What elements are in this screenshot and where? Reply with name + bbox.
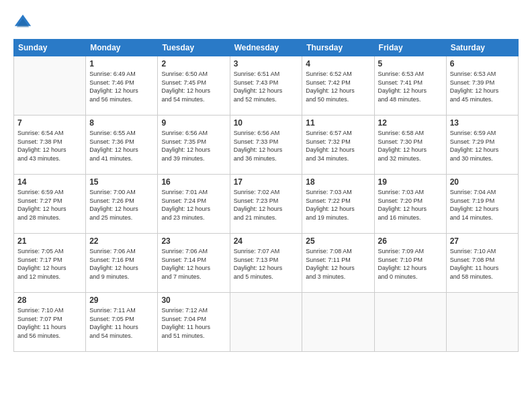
calendar-cell: 16Sunrise: 7:01 AM Sunset: 7:24 PM Dayli… [158, 175, 230, 234]
day-number: 20 [450, 177, 515, 187]
day-number: 2 [161, 59, 226, 68]
calendar-table: SundayMondayTuesdayWednesdayThursdayFrid… [13, 39, 519, 352]
day-info: Sunrise: 6:53 AM Sunset: 7:39 PM Dayligh… [450, 70, 515, 103]
day-number: 19 [378, 177, 443, 187]
calendar-cell [230, 293, 302, 352]
day-info: Sunrise: 6:54 AM Sunset: 7:38 PM Dayligh… [17, 129, 82, 163]
day-number: 8 [89, 118, 154, 128]
day-number: 26 [378, 236, 443, 246]
calendar-cell: 23Sunrise: 7:06 AM Sunset: 7:14 PM Dayli… [158, 234, 230, 293]
calendar-cell: 26Sunrise: 7:09 AM Sunset: 7:10 PM Dayli… [374, 234, 446, 293]
calendar-cell: 12Sunrise: 6:58 AM Sunset: 7:30 PM Dayli… [374, 116, 446, 175]
day-info: Sunrise: 7:10 AM Sunset: 7:08 PM Dayligh… [450, 247, 515, 281]
day-info: Sunrise: 6:51 AM Sunset: 7:43 PM Dayligh… [234, 70, 299, 103]
day-number: 30 [161, 295, 226, 305]
week-row-0: 1Sunrise: 6:49 AM Sunset: 7:46 PM Daylig… [14, 56, 519, 116]
day-info: Sunrise: 7:03 AM Sunset: 7:20 PM Dayligh… [378, 188, 443, 222]
day-number: 11 [306, 118, 370, 128]
weekday-header-sunday: Sunday [14, 40, 86, 56]
day-number: 23 [161, 236, 226, 246]
day-number: 1 [89, 59, 154, 68]
day-number: 25 [306, 236, 370, 246]
calendar-cell: 10Sunrise: 6:56 AM Sunset: 7:33 PM Dayli… [230, 116, 302, 175]
weekday-header-thursday: Thursday [302, 40, 374, 56]
day-number: 13 [450, 118, 515, 128]
day-info: Sunrise: 6:49 AM Sunset: 7:46 PM Dayligh… [89, 70, 154, 103]
calendar-cell: 11Sunrise: 6:57 AM Sunset: 7:32 PM Dayli… [302, 116, 374, 175]
day-number: 28 [17, 295, 82, 305]
day-number: 10 [234, 118, 299, 128]
calendar-cell: 18Sunrise: 7:03 AM Sunset: 7:22 PM Dayli… [302, 175, 374, 234]
day-number: 17 [234, 177, 299, 187]
day-info: Sunrise: 7:05 AM Sunset: 7:17 PM Dayligh… [17, 247, 82, 281]
calendar-cell [14, 56, 86, 116]
calendar-cell: 13Sunrise: 6:59 AM Sunset: 7:29 PM Dayli… [446, 116, 518, 175]
day-info: Sunrise: 6:55 AM Sunset: 7:36 PM Dayligh… [89, 129, 154, 163]
day-info: Sunrise: 6:59 AM Sunset: 7:29 PM Dayligh… [450, 129, 515, 163]
weekday-header-tuesday: Tuesday [158, 40, 230, 56]
week-row-3: 21Sunrise: 7:05 AM Sunset: 7:17 PM Dayli… [14, 234, 519, 293]
day-number: 9 [161, 118, 226, 128]
calendar-cell: 21Sunrise: 7:05 AM Sunset: 7:17 PM Dayli… [14, 234, 86, 293]
calendar-cell: 28Sunrise: 7:10 AM Sunset: 7:07 PM Dayli… [14, 293, 86, 352]
calendar-cell: 27Sunrise: 7:10 AM Sunset: 7:08 PM Dayli… [446, 234, 518, 293]
day-info: Sunrise: 6:56 AM Sunset: 7:33 PM Dayligh… [234, 129, 299, 163]
calendar-cell: 2Sunrise: 6:50 AM Sunset: 7:45 PM Daylig… [158, 56, 230, 116]
calendar-cell: 8Sunrise: 6:55 AM Sunset: 7:36 PM Daylig… [86, 116, 158, 175]
weekday-header-saturday: Saturday [446, 40, 518, 56]
day-info: Sunrise: 7:00 AM Sunset: 7:26 PM Dayligh… [89, 188, 154, 222]
day-info: Sunrise: 7:08 AM Sunset: 7:11 PM Dayligh… [306, 247, 370, 281]
day-number: 3 [234, 59, 299, 68]
weekday-header-wednesday: Wednesday [230, 40, 302, 56]
day-number: 15 [89, 177, 154, 187]
day-info: Sunrise: 7:06 AM Sunset: 7:14 PM Dayligh… [161, 247, 226, 281]
week-row-1: 7Sunrise: 6:54 AM Sunset: 7:38 PM Daylig… [14, 116, 519, 175]
calendar-cell: 9Sunrise: 6:56 AM Sunset: 7:35 PM Daylig… [158, 116, 230, 175]
calendar-cell: 14Sunrise: 6:59 AM Sunset: 7:27 PM Dayli… [14, 175, 86, 234]
calendar-cell: 22Sunrise: 7:06 AM Sunset: 7:16 PM Dayli… [86, 234, 158, 293]
calendar-cell: 25Sunrise: 7:08 AM Sunset: 7:11 PM Dayli… [302, 234, 374, 293]
weekday-header-friday: Friday [374, 40, 446, 56]
day-info: Sunrise: 7:06 AM Sunset: 7:16 PM Dayligh… [89, 247, 154, 281]
day-number: 16 [161, 177, 226, 187]
day-info: Sunrise: 7:01 AM Sunset: 7:24 PM Dayligh… [161, 188, 226, 222]
calendar-cell: 1Sunrise: 6:49 AM Sunset: 7:46 PM Daylig… [86, 56, 158, 116]
day-number: 18 [306, 177, 370, 187]
calendar-cell [446, 293, 518, 352]
day-number: 6 [450, 59, 515, 68]
day-info: Sunrise: 7:04 AM Sunset: 7:19 PM Dayligh… [450, 188, 515, 222]
day-info: Sunrise: 7:12 AM Sunset: 7:04 PM Dayligh… [161, 306, 226, 340]
page: SundayMondayTuesdayWednesdayThursdayFrid… [0, 0, 532, 411]
day-info: Sunrise: 6:58 AM Sunset: 7:30 PM Dayligh… [378, 129, 443, 163]
calendar-cell: 6Sunrise: 6:53 AM Sunset: 7:39 PM Daylig… [446, 56, 518, 116]
day-info: Sunrise: 7:10 AM Sunset: 7:07 PM Dayligh… [17, 306, 82, 340]
calendar-cell: 5Sunrise: 6:53 AM Sunset: 7:41 PM Daylig… [374, 56, 446, 116]
logo [13, 13, 35, 32]
calendar-cell: 17Sunrise: 7:02 AM Sunset: 7:23 PM Dayli… [230, 175, 302, 234]
week-row-2: 14Sunrise: 6:59 AM Sunset: 7:27 PM Dayli… [14, 175, 519, 234]
day-number: 7 [17, 118, 82, 128]
day-number: 21 [17, 236, 82, 246]
calendar-cell: 29Sunrise: 7:11 AM Sunset: 7:05 PM Dayli… [86, 293, 158, 352]
calendar-cell: 24Sunrise: 7:07 AM Sunset: 7:13 PM Dayli… [230, 234, 302, 293]
day-info: Sunrise: 6:56 AM Sunset: 7:35 PM Dayligh… [161, 129, 226, 163]
calendar-cell: 30Sunrise: 7:12 AM Sunset: 7:04 PM Dayli… [158, 293, 230, 352]
calendar-cell [302, 293, 374, 352]
calendar-cell: 3Sunrise: 6:51 AM Sunset: 7:43 PM Daylig… [230, 56, 302, 116]
calendar-cell [374, 293, 446, 352]
day-info: Sunrise: 7:07 AM Sunset: 7:13 PM Dayligh… [234, 247, 299, 281]
day-number: 14 [17, 177, 82, 187]
weekday-header-monday: Monday [86, 40, 158, 56]
day-number: 29 [89, 295, 154, 305]
weekday-header-row: SundayMondayTuesdayWednesdayThursdayFrid… [14, 40, 519, 56]
day-info: Sunrise: 6:50 AM Sunset: 7:45 PM Dayligh… [161, 70, 226, 103]
day-info: Sunrise: 6:52 AM Sunset: 7:42 PM Dayligh… [306, 70, 370, 103]
calendar-cell: 7Sunrise: 6:54 AM Sunset: 7:38 PM Daylig… [14, 116, 86, 175]
day-number: 27 [450, 236, 515, 246]
calendar-cell: 19Sunrise: 7:03 AM Sunset: 7:20 PM Dayli… [374, 175, 446, 234]
day-number: 22 [89, 236, 154, 246]
header [13, 11, 519, 32]
week-row-4: 28Sunrise: 7:10 AM Sunset: 7:07 PM Dayli… [14, 293, 519, 352]
day-info: Sunrise: 6:57 AM Sunset: 7:32 PM Dayligh… [306, 129, 370, 163]
day-info: Sunrise: 7:09 AM Sunset: 7:10 PM Dayligh… [378, 247, 443, 281]
